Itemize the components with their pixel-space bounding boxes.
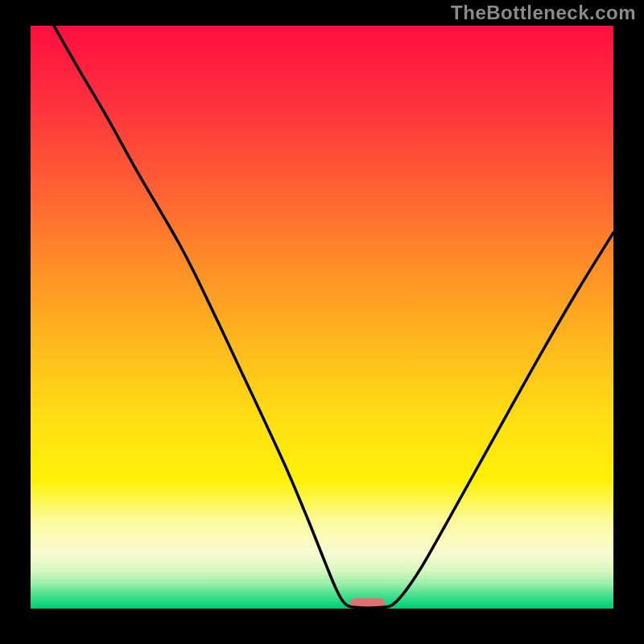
gradient-background bbox=[31, 26, 613, 609]
watermark-label: TheBottleneck.com bbox=[451, 2, 636, 24]
chart-frame: TheBottleneck.com bbox=[0, 0, 644, 644]
bottleneck-chart bbox=[0, 0, 644, 644]
